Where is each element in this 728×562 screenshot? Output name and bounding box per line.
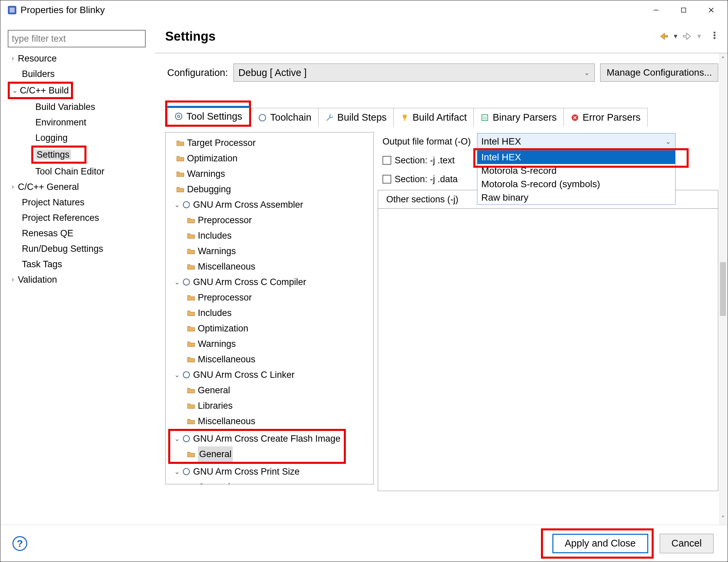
vertical-scrollbar[interactable]: ˄ ˅ [719, 53, 727, 525]
tree-c-compiler[interactable]: ⌄GNU Arm Cross C Compiler [166, 274, 373, 290]
other-sections-list[interactable] [378, 209, 718, 491]
nav-environment[interactable]: Environment [8, 115, 149, 130]
option-motorola-srecord-symbols[interactable]: Motorola S-record (symbols) [477, 177, 675, 191]
section-data-checkbox[interactable] [383, 175, 391, 184]
scroll-up-icon[interactable]: ˄ [721, 55, 725, 64]
nav-forward-button[interactable] [683, 32, 692, 41]
apply-and-close-button[interactable]: Apply and Close [552, 534, 648, 553]
close-button[interactable] [697, 2, 725, 18]
nav-task-tags[interactable]: Task Tags [8, 256, 149, 272]
chevron-down-icon: ⌄ [584, 69, 590, 77]
svg-point-18 [183, 279, 190, 285]
tree-cc-warnings[interactable]: Warnings [166, 336, 373, 352]
scrollbar-thumb[interactable] [720, 262, 726, 316]
svg-text:01: 01 [483, 116, 487, 120]
svg-point-10 [178, 115, 180, 118]
tree-print-size[interactable]: ⌄GNU Arm Cross Print Size [166, 464, 373, 479]
tab-build-artifact[interactable]: Build Artifact [393, 108, 474, 127]
tree-c-linker[interactable]: ⌄GNU Arm Cross C Linker [166, 367, 373, 383]
folder-icon [186, 355, 196, 364]
nav-resource[interactable]: ›Resource [8, 51, 149, 66]
folder-icon [176, 154, 185, 163]
section-text-checkbox[interactable] [383, 156, 391, 165]
nav-cpp-general[interactable]: ›C/C++ General [8, 179, 149, 195]
folder-icon [186, 308, 196, 318]
tab-build-steps[interactable]: Build Steps [318, 108, 394, 127]
gear-icon [182, 370, 191, 379]
tree-flash-image[interactable]: ⌄GNU Arm Cross Create Flash Image [170, 431, 340, 446]
tree-asm-includes[interactable]: Includes [166, 228, 373, 243]
folder-icon [176, 169, 185, 178]
maximize-button[interactable] [670, 2, 697, 18]
trophy-icon [400, 113, 409, 122]
option-raw-binary[interactable]: Raw binary [477, 191, 675, 204]
tree-cc-preprocessor[interactable]: Preprocessor [166, 290, 373, 305]
tree-asm-warnings[interactable]: Warnings [166, 243, 373, 259]
tree-debugging[interactable]: Debugging [166, 182, 373, 197]
folder-icon [186, 449, 196, 459]
nav-cpp-build[interactable]: ⌄C/C++ Build [8, 82, 149, 99]
tree-ld-misc[interactable]: Miscellaneous [166, 413, 373, 429]
help-button[interactable]: ? [12, 536, 27, 551]
configuration-select[interactable]: Debug [ Active ] ⌄ [233, 64, 595, 82]
folder-icon [186, 416, 196, 426]
tree-cc-misc[interactable]: Miscellaneous [166, 352, 373, 367]
nav-tool-chain-editor[interactable]: Tool Chain Editor [8, 164, 149, 179]
option-intel-hex[interactable]: Intel HEX [477, 151, 675, 164]
nav-project-references[interactable]: Project References [8, 210, 149, 226]
tree-optimization[interactable]: Optimization [166, 151, 373, 166]
tree-size-general[interactable]: General [166, 479, 373, 484]
option-motorola-srecord[interactable]: Motorola S-record [477, 164, 675, 177]
svg-point-11 [259, 114, 266, 121]
tree-assembler[interactable]: ⌄GNU Arm Cross Assembler [166, 197, 373, 212]
tree-asm-preprocessor[interactable]: Preprocessor [166, 212, 373, 228]
tree-flash-general[interactable]: General [170, 446, 340, 462]
cancel-button[interactable]: Cancel [660, 534, 714, 553]
nav-builders[interactable]: Builders [8, 66, 149, 82]
tool-settings-form: Output file format (-O) Intel HEX ⌄ Inte… [378, 132, 718, 491]
tree-target-processor[interactable]: Target Processor [166, 135, 373, 151]
tab-binary-parsers[interactable]: 01 Binary Parsers [473, 108, 563, 127]
gear-icon [182, 200, 191, 209]
svg-point-20 [183, 436, 190, 442]
manage-configurations-button[interactable]: Manage Configurations... [600, 64, 718, 82]
nav-project-natures[interactable]: Project Natures [8, 195, 149, 210]
tree-ld-general[interactable]: General [166, 383, 373, 398]
nav-validation[interactable]: ›Validation [8, 272, 149, 287]
nav-forward-dropdown-icon[interactable]: ▼ [696, 33, 702, 40]
section-data-label: Section: -j .data [395, 174, 458, 185]
error-icon [571, 113, 579, 122]
minimize-button[interactable] [642, 2, 670, 18]
output-format-select[interactable]: Intel HEX ⌄ Intel HEX Motorola S-record … [477, 133, 676, 150]
tree-cc-optimization[interactable]: Optimization [166, 321, 373, 336]
svg-point-19 [183, 372, 190, 378]
tree-warnings[interactable]: Warnings [166, 166, 373, 182]
nav-run-debug-settings[interactable]: Run/Debug Settings [8, 241, 149, 256]
tree-cc-includes[interactable]: Includes [166, 305, 373, 321]
tab-error-parsers[interactable]: Error Parsers [563, 108, 648, 127]
view-menu-icon[interactable] [712, 31, 718, 42]
gear-icon [258, 113, 267, 122]
filter-text-input[interactable]: type filter text [8, 30, 146, 47]
nav-settings[interactable]: Settings [8, 146, 149, 164]
tree-ld-libraries[interactable]: Libraries [166, 398, 373, 413]
tab-tool-settings[interactable]: Tool Settings [167, 106, 249, 125]
nav-logging[interactable]: Logging [8, 130, 149, 146]
tree-asm-misc[interactable]: Miscellaneous [166, 259, 373, 274]
folder-icon [186, 401, 196, 410]
titlebar: Properties for Blinky [0, 0, 728, 20]
configuration-label: Configuration: [167, 67, 228, 78]
nav-back-dropdown-icon[interactable]: ▼ [672, 33, 679, 40]
output-format-dropdown[interactable]: Intel HEX Motorola S-record Motorola S-r… [477, 150, 676, 205]
tab-toolchain[interactable]: Toolchain [251, 108, 319, 127]
scroll-down-icon[interactable]: ˅ [721, 515, 725, 523]
svg-rect-1 [10, 8, 15, 13]
window-title: Properties for Blinky [21, 5, 642, 15]
wrench-icon [325, 113, 334, 122]
nav-renesas-qe[interactable]: Renesas QE [8, 226, 149, 241]
tool-tree[interactable]: Target Processor Optimization Warnings D… [165, 132, 374, 484]
nav-build-variables[interactable]: Build Variables [8, 99, 149, 115]
nav-back-button[interactable] [659, 32, 668, 41]
dialog-footer: ? Apply and Close Cancel [0, 525, 728, 562]
tree-flash-image-group: ⌄GNU Arm Cross Create Flash Image Genera… [166, 429, 373, 464]
